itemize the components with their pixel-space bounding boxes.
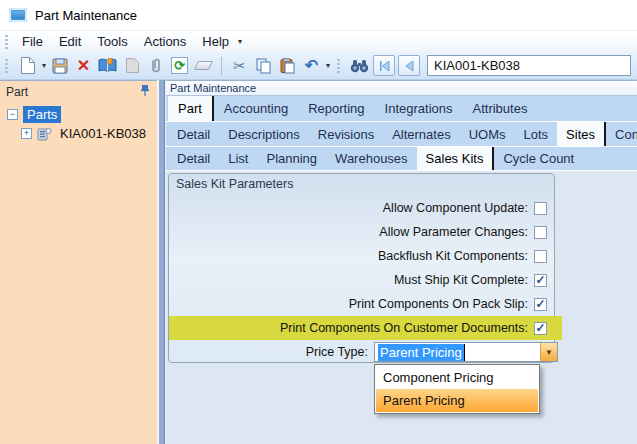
tree-row-parts: − Parts	[0, 105, 157, 124]
tab-configurator[interactable]: Configurator Pa	[606, 122, 637, 146]
toolbar-grip[interactable]	[5, 59, 8, 73]
part-maintenance-panel: Part Maintenance Part Accounting Reporti…	[166, 80, 637, 444]
toolbar-grip-2[interactable]	[337, 59, 340, 73]
dropdown-option-component-pricing[interactable]: Component Pricing	[376, 366, 538, 389]
menu-bar: File Edit Tools Actions Help ▾	[0, 30, 637, 52]
tab-part[interactable]: Part	[168, 96, 214, 121]
param-label: Allow Parameter Changes:	[379, 225, 528, 239]
tabstrip-level1: Part Accounting Reporting Integrations A…	[166, 96, 637, 122]
tab-cycle-count[interactable]: Cycle Count	[494, 147, 583, 170]
undo-icon[interactable]: ↶	[301, 55, 322, 76]
param-label: Print Components On Customer Documents:	[280, 321, 528, 335]
must-ship-kit-complete-checkbox[interactable]: ✓	[534, 274, 547, 287]
param-row: Print Components On Pack Slip: ✓	[169, 292, 554, 316]
param-row: Must Ship Kit Complete: ✓	[169, 268, 554, 292]
tree-node-part-id[interactable]: KIA001-KB038	[56, 125, 150, 142]
tab-integrations[interactable]: Integrations	[375, 96, 463, 121]
print-components-pack-slip-checkbox[interactable]: ✓	[534, 298, 547, 311]
tree-row-part: + KIA001-KB038	[0, 124, 157, 143]
price-type-row: Price Type: Parent Pricing ▼	[169, 340, 558, 364]
find-binoculars-icon[interactable]	[349, 55, 370, 76]
paste-icon[interactable]	[277, 55, 298, 76]
menu-overflow-chevron-icon[interactable]: ▾	[238, 37, 242, 46]
menubar-grip[interactable]	[5, 35, 8, 49]
param-row: Allow Parameter Changes: ✓	[169, 220, 554, 244]
part-id-input[interactable]	[427, 55, 631, 76]
param-row: Backflush Kit Components: ✓	[169, 244, 554, 268]
part-tree-panel: Part − Parts + KIA001-KB038	[0, 80, 157, 444]
tab-site-detail[interactable]: Detail	[168, 147, 219, 170]
expand-expander-icon[interactable]: +	[21, 128, 32, 139]
eraser-icon[interactable]	[193, 55, 214, 76]
param-label: Allow Component Update:	[383, 201, 528, 215]
tab-accounting[interactable]: Accounting	[214, 96, 298, 121]
tab-uoms[interactable]: UOMs	[460, 122, 515, 146]
window-title: Part Maintenance	[35, 8, 137, 23]
part-panel-header: Part	[0, 81, 157, 102]
app-icon	[9, 8, 27, 22]
allow-parameter-changes-checkbox[interactable]: ✓	[534, 226, 547, 239]
sales-kit-parameters-groupbox: Sales Kit Parameters Allow Component Upd…	[168, 173, 555, 363]
catalog-book-icon[interactable]	[97, 55, 118, 76]
cut-icon[interactable]: ✂	[229, 55, 250, 76]
copy-icon[interactable]	[253, 55, 274, 76]
part-tree: − Parts + KIA001-KB038	[0, 102, 157, 143]
new-icon[interactable]	[17, 55, 38, 76]
refresh-icon[interactable]: ⟳	[169, 55, 190, 76]
tabstrip-level3: Detail List Planning Warehouses Sales Ki…	[166, 147, 637, 171]
panel-splitter[interactable]	[157, 80, 166, 444]
param-label: Print Components On Pack Slip:	[349, 297, 528, 311]
tab-alternates[interactable]: Alternates	[383, 122, 460, 146]
price-type-label: Price Type:	[306, 345, 368, 359]
param-row: Allow Component Update: ✓	[169, 196, 554, 220]
part-panel-title: Part	[6, 85, 28, 99]
tree-node-parts[interactable]: Parts	[23, 106, 61, 123]
tab-revisions[interactable]: Revisions	[309, 122, 383, 146]
sales-kits-content: Sales Kit Parameters Allow Component Upd…	[166, 171, 637, 444]
backflush-kit-components-checkbox[interactable]: ✓	[534, 250, 547, 263]
tabstrip-level2: Detail Descriptions Revisions Alternates…	[166, 122, 637, 147]
tab-attributes[interactable]: Attributes	[462, 96, 537, 121]
dropdown-option-parent-pricing[interactable]: Parent Pricing	[376, 389, 538, 412]
toolbar-separator	[221, 57, 222, 75]
param-row-highlighted: Print Components On Customer Documents: …	[169, 316, 562, 340]
navigate-first-button[interactable]	[373, 55, 395, 76]
tab-lots[interactable]: Lots	[515, 122, 558, 146]
navigate-previous-button[interactable]	[398, 55, 420, 76]
delete-icon[interactable]: ✕	[73, 55, 94, 76]
tab-warehouses[interactable]: Warehouses	[326, 147, 417, 170]
tab-planning[interactable]: Planning	[257, 147, 326, 170]
document-disabled-icon	[121, 55, 142, 76]
menu-file[interactable]: File	[14, 32, 51, 51]
main-panel-title: Part Maintenance	[166, 81, 637, 96]
menu-tools[interactable]: Tools	[89, 32, 135, 51]
menu-help[interactable]: Help	[194, 32, 237, 51]
groupbox-title: Sales Kit Parameters	[169, 174, 554, 194]
menu-actions[interactable]: Actions	[136, 32, 195, 51]
price-type-dropdown-list: Component Pricing Parent Pricing	[374, 364, 540, 414]
tab-descriptions[interactable]: Descriptions	[219, 122, 309, 146]
param-label: Backflush Kit Components:	[378, 249, 528, 263]
tab-detail[interactable]: Detail	[168, 122, 219, 146]
window-titlebar: Part Maintenance	[0, 0, 637, 30]
menu-edit[interactable]: Edit	[51, 32, 89, 51]
print-components-customer-docs-checkbox[interactable]: ✓	[534, 322, 547, 335]
new-dropdown-icon[interactable]: ▾	[42, 61, 46, 70]
attachment-icon[interactable]	[145, 55, 166, 76]
tab-reporting[interactable]: Reporting	[298, 96, 374, 121]
part-icon	[37, 127, 52, 141]
chevron-down-icon[interactable]: ▼	[540, 343, 557, 361]
price-type-combobox[interactable]: Parent Pricing ▼	[374, 342, 558, 362]
tab-sites[interactable]: Sites	[557, 122, 606, 146]
tab-sales-kits[interactable]: Sales Kits	[417, 147, 495, 170]
toolbar: ▾ ✕ ⟳ ✂ ↶ ▾	[0, 52, 637, 80]
pin-icon[interactable]	[140, 84, 150, 100]
price-type-value[interactable]: Parent Pricing	[375, 343, 540, 361]
save-icon[interactable]	[49, 55, 70, 76]
tab-site-list[interactable]: List	[219, 147, 257, 170]
collapse-expander-icon[interactable]: −	[7, 109, 18, 120]
param-label: Must Ship Kit Complete:	[394, 273, 528, 287]
allow-component-update-checkbox[interactable]: ✓	[534, 202, 547, 215]
undo-dropdown-icon[interactable]: ▾	[326, 61, 330, 70]
